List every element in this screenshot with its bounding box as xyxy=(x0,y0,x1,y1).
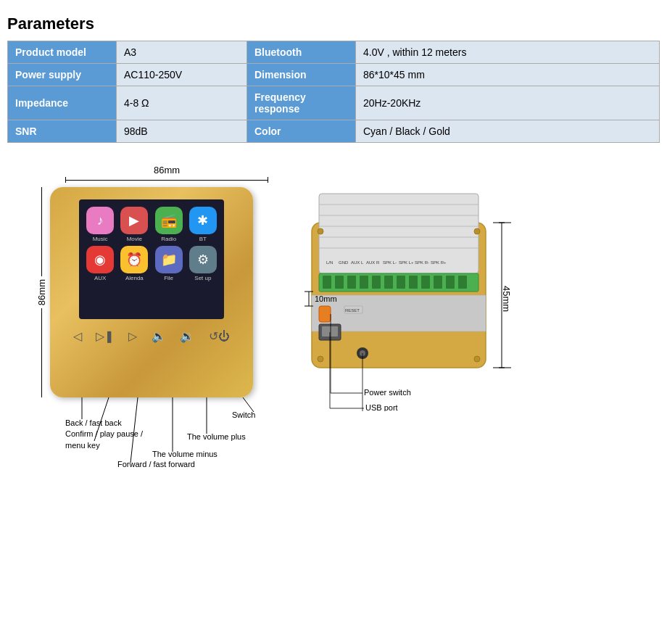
svg-rect-18 xyxy=(372,276,381,289)
param-label-right-0: Bluetooth xyxy=(247,41,356,64)
param-value-left-2: 4-8 Ω xyxy=(117,86,247,120)
param-value-right-3: Cyan / Black / Gold xyxy=(356,120,660,143)
svg-text:SPK R-: SPK R- xyxy=(415,260,429,265)
svg-point-43 xyxy=(474,228,480,234)
svg-text:USB port: USB port xyxy=(365,403,398,411)
svg-text:SPK L-: SPK L- xyxy=(383,260,397,265)
icon-label-5: Alenda xyxy=(125,275,144,281)
icon-label-7: Set up xyxy=(194,275,211,281)
svg-text:10mm: 10mm xyxy=(315,294,337,303)
icon-label-6: File xyxy=(164,275,173,281)
svg-rect-23 xyxy=(434,276,442,289)
icon-circle-1: ▶ xyxy=(120,207,148,234)
height-dim-label: 86mm xyxy=(36,276,47,308)
top-arrow xyxy=(65,177,268,183)
svg-rect-39 xyxy=(319,306,331,322)
screen-icon-file: 📁 File xyxy=(154,246,184,281)
button-labels-area: Back / fast backConfirm / play pause /me… xyxy=(65,397,268,506)
width-dim-label: 86mm xyxy=(65,165,268,176)
parameters-title: Parameters xyxy=(7,15,660,33)
param-label-right-3: Color xyxy=(247,120,356,143)
svg-rect-24 xyxy=(446,276,455,289)
icon-circle-5: ⏰ xyxy=(120,246,148,273)
param-label-left-0: Product model xyxy=(8,41,117,64)
svg-text:RESET: RESET xyxy=(345,308,360,313)
param-label-left-2: Impedance xyxy=(8,86,117,120)
icon-circle-4: ◉ xyxy=(86,246,114,273)
label-vol-minus: The volume minus xyxy=(152,450,218,458)
label-forward: Forward / fast forward xyxy=(117,460,195,468)
svg-text:GND: GND xyxy=(339,260,349,265)
panel-btn-1[interactable]: ▷❚ xyxy=(96,329,114,343)
params-table: Product model A3 Bluetooth 4.0V , within… xyxy=(7,41,660,143)
screen-icon-set up: ⚙ Set up xyxy=(188,246,218,281)
screen: ♪ Music ▶ Movie 📻 Radio ✱ BT ◉ AUX ⏰ Ale… xyxy=(79,199,224,319)
svg-rect-20 xyxy=(397,276,405,289)
label-vol-plus: The volume plus xyxy=(187,432,246,441)
icon-circle-0: ♪ xyxy=(86,207,114,234)
svg-rect-16 xyxy=(347,276,356,289)
param-value-left-0: A3 xyxy=(117,41,247,64)
device-svg: L/N GND AUX L AUX R SPK L- SPK L+ SPK R-… xyxy=(304,179,580,411)
screen-icon-movie: ▶ Movie xyxy=(119,207,149,242)
icon-label-0: Music xyxy=(93,236,108,242)
svg-point-44 xyxy=(318,356,323,362)
right-device-container: L/N GND AUX L AUX R SPK L- SPK L+ SPK R-… xyxy=(304,179,580,413)
icon-circle-3: ✱ xyxy=(189,207,217,234)
param-label-left-1: Power supply xyxy=(8,64,117,86)
svg-text:Power switch: Power switch xyxy=(364,388,411,397)
svg-rect-21 xyxy=(409,276,418,289)
svg-rect-15 xyxy=(335,276,344,289)
svg-rect-17 xyxy=(360,276,368,289)
panel-buttons: ◁▷❚▷🔈🔉↺⏻ xyxy=(59,329,244,343)
front-panel: ♪ Music ▶ Movie 📻 Radio ✱ BT ◉ AUX ⏰ Ale… xyxy=(50,187,253,397)
panel-btn-3[interactable]: 🔈 xyxy=(152,329,166,343)
svg-text:L/N: L/N xyxy=(326,260,333,265)
param-value-right-0: 4.0V , within 12 meters xyxy=(356,41,660,64)
panel-btn-5[interactable]: ↺⏻ xyxy=(209,329,230,343)
param-value-right-1: 86*10*45 mm xyxy=(356,64,660,86)
svg-text:SPK L+: SPK L+ xyxy=(399,260,414,265)
panel-btn-4[interactable]: 🔉 xyxy=(180,329,194,343)
svg-text:AUX R: AUX R xyxy=(366,260,380,265)
screen-icon-music: ♪ Music xyxy=(85,207,115,242)
param-value-left-3: 98dB xyxy=(117,120,247,143)
icon-label-3: BT xyxy=(199,236,207,242)
screen-icon-bt: ✱ BT xyxy=(188,207,218,242)
icon-circle-2: 📻 xyxy=(155,207,183,234)
front-panel-container: 86mm 86mm ♪ Music ▶ Movie 📻 R xyxy=(36,165,268,506)
label-back: Back / fast backConfirm / play pause /me… xyxy=(65,418,143,451)
param-label-right-1: Dimension xyxy=(247,64,356,86)
param-label-right-2: Frequency response xyxy=(247,86,356,120)
svg-line-5 xyxy=(243,397,254,412)
icon-circle-7: ⚙ xyxy=(189,246,217,273)
front-panel-wrapper: 86mm ♪ Music ▶ Movie 📻 Radio ✱ BT ◉ AUX … xyxy=(36,187,268,397)
icon-label-2: Radio xyxy=(161,236,176,242)
screen-icon-aux: ◉ AUX xyxy=(85,246,115,281)
svg-rect-14 xyxy=(323,276,331,289)
icon-circle-6: 📁 xyxy=(155,246,183,273)
param-value-left-1: AC110-250V xyxy=(117,64,247,86)
label-switch: Switch xyxy=(232,410,255,419)
panel-btn-2[interactable]: ▷ xyxy=(128,329,137,343)
icon-label-1: Movie xyxy=(127,236,142,242)
svg-text:SPK R+: SPK R+ xyxy=(431,260,447,265)
param-label-left-3: SNR xyxy=(8,120,117,143)
icon-label-4: AUX xyxy=(94,275,106,281)
svg-rect-25 xyxy=(458,276,467,289)
svg-point-45 xyxy=(474,356,480,362)
panel-btn-0[interactable]: ◁ xyxy=(73,329,82,343)
svg-rect-19 xyxy=(384,276,393,289)
diagram-section: 86mm 86mm ♪ Music ▶ Movie 📻 R xyxy=(7,165,660,506)
screen-icon-alenda: ⏰ Alenda xyxy=(119,246,149,281)
svg-rect-22 xyxy=(421,276,430,289)
svg-text:AUX L: AUX L xyxy=(351,260,364,265)
height-dim-container: 86mm xyxy=(36,187,47,397)
svg-text:45mm: 45mm xyxy=(501,286,512,312)
screen-icon-radio: 📻 Radio xyxy=(154,207,184,242)
param-value-right-2: 20Hz-20KHz xyxy=(356,86,660,120)
svg-point-42 xyxy=(318,228,323,234)
